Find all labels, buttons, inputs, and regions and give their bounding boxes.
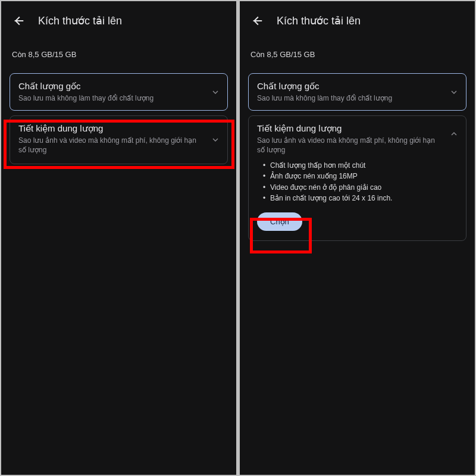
option-desc: Sao lưu ảnh và video mà không mất phí, k… [257,136,458,155]
option-storage-saver[interactable]: Tiết kiệm dung lượng Sao lưu ảnh và vide… [10,115,228,164]
option-details-list: Chất lượng thấp hơn một chút Ảnh được né… [257,160,458,204]
option-desc: Sao lưu mà không làm thay đổi chất lượng [257,93,458,103]
option-original-quality[interactable]: Chất lượng gốc Sao lưu mà không làm thay… [10,73,228,111]
option-desc: Sao lưu mà không làm thay đổi chất lượng [18,93,219,103]
option-title: Chất lượng gốc [257,81,458,92]
option-original-quality[interactable]: Chất lượng gốc Sao lưu mà không làm thay… [248,73,466,111]
detail-item: Ảnh được nén xuống 16MP [263,171,455,182]
storage-remaining: Còn 8,5 GB/15 GB [240,33,475,68]
option-storage-saver-expanded[interactable]: Tiết kiệm dung lượng Sao lưu ảnh và vide… [248,115,466,241]
option-title: Tiết kiệm dung lượng [18,123,219,134]
chevron-down-icon [211,135,220,145]
option-title: Tiết kiệm dung lượng [257,123,458,134]
chevron-down-icon [211,87,220,97]
select-button[interactable]: Chọn [257,212,302,231]
page-title: Kích thước tải lên [38,14,122,27]
option-desc: Sao lưu ảnh và video mà không mất phí, k… [18,136,219,155]
header: Kích thước tải lên [240,1,475,33]
header: Kích thước tải lên [1,1,236,33]
back-arrow-icon[interactable] [12,14,25,27]
chevron-down-icon [449,87,459,97]
chevron-up-icon [449,129,459,139]
detail-item: Chất lượng thấp hơn một chút [263,160,455,171]
screen-right: Kích thước tải lên Còn 8,5 GB/15 GB Chất… [240,1,475,475]
back-arrow-icon[interactable] [250,14,264,27]
screen-left: Kích thước tải lên Còn 8,5 GB/15 GB Chất… [1,1,236,475]
detail-item: Video được nén ở độ phân giải cao [263,182,455,193]
option-title: Chất lượng gốc [18,81,219,92]
detail-item: Bản in chất lượng cao tới 24 x 16 inch. [263,193,455,204]
storage-remaining: Còn 8,5 GB/15 GB [1,33,236,68]
page-title: Kích thước tải lên [277,14,361,27]
